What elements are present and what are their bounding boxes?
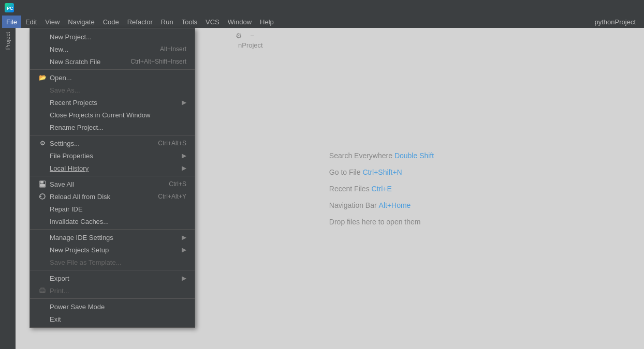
manage-ide-label: Manage IDE Settings <box>50 234 113 241</box>
menu-window[interactable]: Window <box>224 16 256 28</box>
new-icon <box>38 45 47 53</box>
menu-item-settings[interactable]: ⚙ Settings... Ctrl+Alt+S <box>30 137 195 149</box>
open-icon: 📂 <box>38 73 47 82</box>
menu-item-file-properties[interactable]: File Properties ▶ <box>30 149 195 162</box>
new-project-icon <box>38 33 47 41</box>
menu-item-print: Print... <box>30 284 195 297</box>
new-scratch-label: New Scratch File <box>50 58 100 66</box>
svg-rect-6 <box>41 291 44 293</box>
menu-item-new-scratch[interactable]: New Scratch File Ctrl+Alt+Shift+Insert <box>30 55 195 68</box>
menu-tools[interactable]: Tools <box>178 16 201 28</box>
save-as-icon <box>38 86 47 94</box>
project-title: pythonProject <box>595 18 636 26</box>
file-properties-arrow: ▶ <box>182 152 186 159</box>
menu-item-save-all[interactable]: Save All Ctrl+S <box>30 178 195 190</box>
menu-item-manage-ide[interactable]: Manage IDE Settings ▶ <box>30 231 195 244</box>
menu-code[interactable]: Code <box>99 16 123 28</box>
reload-icon <box>38 192 47 201</box>
menu-item-invalidate-caches[interactable]: Invalidate Caches... <box>30 215 195 227</box>
recent-projects-icon <box>38 98 47 107</box>
menu-item-close-projects[interactable]: Close Projects in Current Window <box>30 109 195 121</box>
menu-refactor[interactable]: Refactor <box>123 16 157 28</box>
export-label: Export <box>50 275 69 282</box>
menu-item-new-project[interactable]: New Project... <box>30 31 195 43</box>
new-scratch-icon <box>38 57 47 66</box>
repair-label: Repair IDE <box>50 205 83 213</box>
print-icon <box>38 286 47 295</box>
shortcut-goto-text: Go to File <box>329 168 363 176</box>
save-as-label: Save As... <box>50 86 80 94</box>
separator-6 <box>30 298 195 299</box>
menu-item-save-file-template: Save File as Template... <box>30 256 195 268</box>
new-projects-setup-arrow: ▶ <box>182 246 186 253</box>
title-bar: PC <box>0 0 644 16</box>
exit-label: Exit <box>50 315 61 323</box>
repair-icon <box>38 205 47 213</box>
menu-run[interactable]: Run <box>157 16 178 28</box>
pycharm-icon: PC <box>5 3 14 12</box>
separator-3 <box>30 176 195 176</box>
power-save-icon <box>38 302 47 311</box>
recent-projects-arrow: ▶ <box>182 99 186 106</box>
sidebar-tab-project[interactable]: Project <box>3 28 13 54</box>
close-projects-label: Close Projects in Current Window <box>50 111 150 119</box>
sidebar: Project <box>0 28 16 349</box>
separator-4 <box>30 229 195 230</box>
file-properties-label: File Properties <box>50 152 93 160</box>
separator-5 <box>30 270 195 270</box>
local-history-icon <box>38 164 47 172</box>
menu-item-exit[interactable]: Exit <box>30 313 195 325</box>
file-properties-icon <box>38 151 47 160</box>
shortcut-nav: Navigation Bar Alt+Home <box>329 201 411 209</box>
shortcut-recent-text: Recent Files <box>329 185 372 193</box>
new-scratch-shortcut: Ctrl+Alt+Shift+Insert <box>130 58 186 65</box>
reload-shortcut: Ctrl+Alt+Y <box>158 193 186 200</box>
settings-icon[interactable]: ⚙ <box>233 30 244 41</box>
menu-item-new[interactable]: New... Alt+Insert <box>30 43 195 55</box>
manage-ide-icon <box>38 233 47 241</box>
shortcut-nav-key: Alt+Home <box>379 201 411 209</box>
exit-icon <box>38 315 47 323</box>
shortcut-drop-text: Drop files here to open them <box>329 218 421 226</box>
project-panel-label: nProject <box>238 41 263 49</box>
menu-item-save-as: Save As... <box>30 84 195 96</box>
menu-navigate[interactable]: Navigate <box>64 16 98 28</box>
export-icon <box>38 274 47 282</box>
menu-view[interactable]: View <box>41 16 64 28</box>
save-template-icon <box>38 258 47 266</box>
invalidate-label: Invalidate Caches... <box>50 218 109 225</box>
minimize-icon[interactable]: − <box>246 30 258 41</box>
svg-rect-3 <box>40 181 43 184</box>
reload-label: Reload All from Disk <box>50 193 110 201</box>
toolbar: ⚙ − <box>233 30 258 41</box>
export-arrow: ▶ <box>182 275 186 282</box>
separator-1 <box>30 69 195 70</box>
menu-item-reload-disk[interactable]: Reload All from Disk Ctrl+Alt+Y <box>30 190 195 203</box>
local-history-arrow: ▶ <box>182 164 186 172</box>
menu-item-export[interactable]: Export ▶ <box>30 272 195 284</box>
shortcut-recent: Recent Files Ctrl+E <box>329 185 392 193</box>
new-projects-setup-icon <box>38 246 47 254</box>
menu-help[interactable]: Help <box>256 16 278 28</box>
menu-item-power-save[interactable]: Power Save Mode <box>30 300 195 313</box>
settings-menu-icon: ⚙ <box>38 139 47 147</box>
rename-project-label: Rename Project... <box>50 124 104 131</box>
menu-vcs[interactable]: VCS <box>201 16 224 28</box>
menu-item-repair-ide[interactable]: Repair IDE <box>30 203 195 215</box>
settings-label: Settings... <box>50 140 80 147</box>
menu-bar: File Edit View Navigate Code Refactor Ru… <box>0 16 644 28</box>
new-shortcut: Alt+Insert <box>160 45 186 53</box>
menu-item-new-projects-setup[interactable]: New Projects Setup ▶ <box>30 244 195 256</box>
menu-file[interactable]: File <box>2 16 21 28</box>
menu-item-recent-projects[interactable]: Recent Projects ▶ <box>30 96 195 109</box>
new-label: New... <box>50 45 68 53</box>
menu-edit[interactable]: Edit <box>21 16 41 28</box>
app-logo: PC <box>4 3 14 13</box>
save-all-shortcut: Ctrl+S <box>169 180 186 188</box>
save-template-label: Save File as Template... <box>50 259 122 266</box>
menu-item-rename-project[interactable]: Rename Project... <box>30 121 195 133</box>
save-all-icon <box>38 180 47 188</box>
menu-item-open[interactable]: 📂 Open... <box>30 71 195 84</box>
save-all-label: Save All <box>50 180 74 188</box>
menu-item-local-history[interactable]: Local History ▶ <box>30 162 195 174</box>
